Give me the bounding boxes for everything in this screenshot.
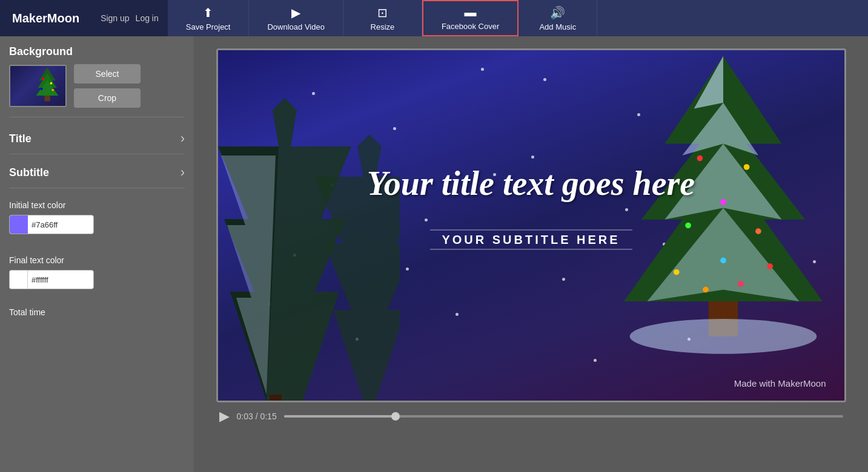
initial-color-hex-input[interactable] <box>28 215 88 234</box>
crop-button[interactable]: Crop <box>74 88 141 108</box>
nav-resize[interactable]: ⊡ Resize <box>343 0 422 36</box>
nav-save-project[interactable]: ⬆ Save Project <box>168 0 250 36</box>
svg-point-7 <box>51 89 54 91</box>
svg-point-28 <box>703 287 709 293</box>
login-link[interactable]: Log in <box>136 13 159 23</box>
progress-fill <box>284 415 396 418</box>
play-button[interactable]: ▶ <box>219 408 230 424</box>
video-subtitle-text: YOUR SUBTITLE HERE <box>429 229 632 249</box>
final-color-hex-input[interactable] <box>28 270 88 289</box>
title-section[interactable]: Title › <box>9 123 185 154</box>
thumbnail-tree-svg <box>32 67 62 103</box>
nav-resize-label: Resize <box>371 22 395 31</box>
nav-facebook-cover[interactable]: ▬ Facebook Cover <box>422 0 518 36</box>
snow-dot <box>481 68 484 71</box>
initial-color-label: Initial text color <box>9 200 185 210</box>
final-color-swatch[interactable] <box>10 270 28 289</box>
total-time-label: Total time <box>9 301 185 317</box>
svg-point-20 <box>697 156 703 162</box>
nav-download-video-label: Download Video <box>267 22 324 31</box>
subtitle-label: Subtitle <box>9 166 49 179</box>
nav-save-project-label: Save Project <box>186 22 231 31</box>
subtitle-chevron-icon[interactable]: › <box>181 165 185 180</box>
nav-add-music-label: Add Music <box>539 22 576 31</box>
svg-point-6 <box>41 88 43 90</box>
brand-name: MakerMoon <box>12 11 79 25</box>
total-time: 0:15 <box>260 411 276 421</box>
preview-area: Your title text goes here YOUR SUBTITLE … <box>194 36 868 472</box>
select-button[interactable]: Select <box>74 64 141 84</box>
progress-thumb[interactable] <box>391 412 400 421</box>
nav-add-music[interactable]: 🔊 Add Music <box>518 0 597 36</box>
background-thumbnail[interactable] <box>9 65 67 107</box>
bg-buttons-container: Select Crop <box>74 64 141 108</box>
svg-point-23 <box>755 228 761 234</box>
playback-bar: ▶ 0:03 / 0:15 <box>216 408 846 424</box>
resize-icon: ⊡ <box>377 5 388 20</box>
background-section: Background <box>9 45 185 117</box>
nav-items: ⬆ Save Project ▶ Download Video ⊡ Resize… <box>168 0 868 36</box>
nav-facebook-cover-label: Facebook Cover <box>442 22 499 31</box>
brand-logo: MakerMoon <box>0 0 91 36</box>
top-navigation: MakerMoon Sign up Log in ⬆ Save Project … <box>0 0 868 36</box>
right-tree-svg <box>602 50 844 401</box>
snow-dot <box>594 359 597 362</box>
video-watermark: Made with MakerMoon <box>734 378 826 388</box>
subtitle-section[interactable]: Subtitle › <box>9 157 185 188</box>
sidebar: Background <box>0 36 194 472</box>
main-content: Background <box>0 36 868 472</box>
svg-point-29 <box>738 281 744 287</box>
snow-dot <box>531 156 534 159</box>
svg-rect-11 <box>270 395 282 401</box>
svg-point-4 <box>42 77 45 80</box>
add-music-icon: 🔊 <box>550 5 565 20</box>
title-chevron-icon[interactable]: › <box>181 131 185 146</box>
video-preview: Your title text goes here YOUR SUBTITLE … <box>216 48 846 402</box>
progress-bar[interactable] <box>284 415 843 418</box>
background-title: Background <box>9 45 185 58</box>
title-label: Title <box>9 133 31 145</box>
bg-thumbnail-image <box>10 66 65 106</box>
background-controls: Select Crop <box>9 64 185 108</box>
initial-color-section: Initial text color <box>9 191 185 243</box>
svg-point-5 <box>50 82 53 85</box>
left-trees-svg <box>218 98 400 401</box>
snow-dot <box>425 218 428 221</box>
initial-color-swatch[interactable] <box>10 215 28 234</box>
current-time: 0:03 <box>237 411 253 421</box>
nav-download-video[interactable]: ▶ Download Video <box>249 0 343 36</box>
download-video-icon: ▶ <box>291 5 300 20</box>
snow-dot <box>406 267 409 270</box>
save-project-icon: ⬆ <box>203 5 213 20</box>
svg-marker-12 <box>221 156 276 395</box>
svg-point-22 <box>685 223 691 229</box>
svg-rect-3 <box>44 96 50 101</box>
facebook-cover-icon: ▬ <box>465 5 477 19</box>
svg-point-21 <box>743 164 749 170</box>
svg-point-26 <box>767 263 773 269</box>
signup-link[interactable]: Sign up <box>101 13 129 23</box>
svg-point-27 <box>720 258 726 264</box>
video-title-text: Your title text goes here <box>367 164 695 203</box>
final-color-section: Final text color <box>9 246 185 298</box>
initial-color-input-row[interactable] <box>9 215 94 234</box>
final-color-label: Final text color <box>9 255 185 265</box>
time-display: 0:03 / 0:15 <box>237 411 277 421</box>
svg-point-24 <box>720 199 726 205</box>
final-color-input-row[interactable] <box>9 270 94 289</box>
auth-section: Sign up Log in <box>91 0 168 36</box>
svg-point-25 <box>673 269 679 275</box>
svg-point-19 <box>629 319 817 354</box>
